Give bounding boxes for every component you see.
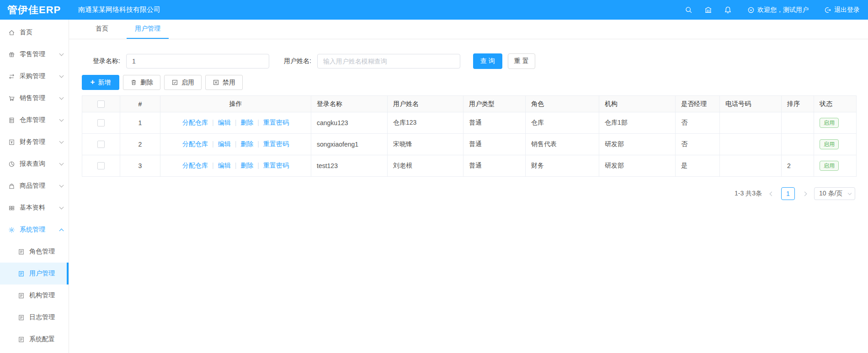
cell-name: 刘老根 bbox=[388, 155, 463, 177]
add-button[interactable]: + 新增 bbox=[82, 75, 119, 90]
tab-home[interactable]: 首页 bbox=[87, 20, 117, 39]
reset-password-link[interactable]: 重置密码 bbox=[253, 119, 289, 126]
sales-cart-icon bbox=[8, 95, 15, 102]
user-menu[interactable]: 欢迎您，测试用户 bbox=[747, 6, 809, 14]
row-checkbox[interactable] bbox=[97, 162, 105, 169]
row-checkbox[interactable] bbox=[97, 119, 105, 126]
chevron-down-icon bbox=[59, 139, 64, 144]
cell-phone bbox=[720, 155, 782, 177]
col-index: # bbox=[120, 96, 160, 112]
chevron-down-icon bbox=[59, 95, 64, 100]
content-area: 登录名称: 用户姓名: 查 询 重 置 + 新增 删除 bbox=[69, 39, 868, 353]
disable-button[interactable]: 禁用 bbox=[205, 75, 243, 90]
row-index: 2 bbox=[120, 134, 160, 155]
reset-password-link[interactable]: 重置密码 bbox=[253, 140, 289, 148]
enable-button[interactable]: 启用 bbox=[164, 75, 202, 90]
row-operations: 分配仓库编辑删除重置密码 bbox=[160, 112, 311, 134]
sidebar-item-sales[interactable]: 销售管理 bbox=[0, 87, 69, 109]
search-button[interactable]: 查 询 bbox=[473, 53, 502, 69]
enable-label: 启用 bbox=[181, 79, 194, 87]
page-size-select[interactable]: 10 条/页 bbox=[814, 187, 855, 200]
cell-name: 仓库123 bbox=[388, 112, 463, 134]
pagination: 1-3 共3条 1 10 条/页 bbox=[82, 187, 855, 200]
goods-bag-icon bbox=[8, 182, 15, 190]
sidebar-item-org-mgmt[interactable]: 机构管理 bbox=[0, 285, 69, 306]
sidebar-item-home[interactable]: 首页 bbox=[0, 21, 69, 43]
welcome-text: 欢迎您，测试用户 bbox=[757, 6, 809, 14]
col-sort: 排序 bbox=[782, 96, 814, 112]
row-checkbox[interactable] bbox=[97, 141, 105, 148]
cell-manager: 否 bbox=[676, 112, 720, 134]
check-square-icon bbox=[171, 79, 178, 86]
chevron-down-icon bbox=[59, 52, 64, 56]
sidebar-item-system[interactable]: 系统管理 bbox=[0, 219, 69, 241]
edit-link[interactable]: 编辑 bbox=[208, 140, 231, 148]
delete-link[interactable]: 删除 bbox=[231, 162, 254, 169]
plus-icon: + bbox=[91, 78, 95, 86]
sidebar-item-finance[interactable]: 财务管理 bbox=[0, 131, 69, 153]
add-label: 新增 bbox=[98, 79, 111, 87]
filter-form: 登录名称: 用户姓名: 查 询 重 置 bbox=[82, 53, 855, 69]
table-row: 2 分配仓库编辑删除重置密码 songxiaofeng1 宋晓锋 普通 销售代表… bbox=[82, 134, 857, 155]
pagination-total: 1-3 共3条 bbox=[735, 190, 762, 198]
chevron-down-icon bbox=[59, 161, 64, 166]
sidebar-item-log-mgmt[interactable]: 日志管理 bbox=[0, 306, 69, 328]
sidebar-item-label: 系统管理 bbox=[20, 226, 45, 234]
select-all-checkbox[interactable] bbox=[97, 100, 105, 108]
sidebar-item-role-mgmt[interactable]: 角色管理 bbox=[0, 241, 69, 263]
chevron-down-icon bbox=[59, 183, 64, 188]
user-name-input[interactable] bbox=[317, 54, 460, 68]
top-header: 管伊佳ERP 南通某某网络科技有限公司 欢迎您，测试用户 退出登录 bbox=[0, 0, 868, 20]
login-name-label: 登录名称: bbox=[93, 57, 120, 65]
cell-phone bbox=[720, 112, 782, 134]
status-badge[interactable]: 启用 bbox=[820, 161, 839, 171]
col-role: 角色 bbox=[526, 96, 599, 112]
delete-button[interactable]: 删除 bbox=[123, 75, 160, 90]
sidebar-item-label: 报表查询 bbox=[20, 160, 45, 168]
sidebar-item-system-config[interactable]: 系统配置 bbox=[0, 328, 69, 350]
col-org: 机构 bbox=[599, 96, 676, 112]
table-row: 3 分配仓库编辑删除重置密码 test123 刘老根 普通 财务 研发部 是 2 bbox=[82, 155, 857, 177]
next-page-button[interactable] bbox=[799, 189, 809, 199]
sidebar-item-user-mgmt[interactable]: 用户管理 bbox=[0, 263, 69, 285]
cell-type: 普通 bbox=[463, 112, 526, 134]
bell-icon[interactable] bbox=[724, 6, 732, 14]
edit-link[interactable]: 编辑 bbox=[208, 162, 231, 169]
cell-login: test123 bbox=[311, 155, 388, 177]
row-operations: 分配仓库编辑删除重置密码 bbox=[160, 155, 311, 177]
assign-warehouse-link[interactable]: 分配仓库 bbox=[182, 119, 208, 126]
delete-link[interactable]: 删除 bbox=[231, 119, 254, 126]
warehouse-icon bbox=[8, 116, 15, 124]
delete-link[interactable]: 删除 bbox=[231, 140, 254, 148]
sidebar-item-warehouse[interactable]: 仓库管理 bbox=[0, 109, 69, 131]
sidebar-item-label: 机构管理 bbox=[29, 291, 55, 300]
search-icon[interactable] bbox=[685, 6, 692, 14]
tab-user-mgmt[interactable]: 用户管理 bbox=[127, 20, 169, 39]
document-icon bbox=[17, 270, 25, 277]
sidebar-item-purchase[interactable]: 采购管理 bbox=[0, 65, 69, 87]
assign-warehouse-link[interactable]: 分配仓库 bbox=[182, 140, 208, 148]
edit-link[interactable]: 编辑 bbox=[208, 119, 231, 126]
reset-button[interactable]: 重 置 bbox=[508, 53, 535, 69]
bank-icon[interactable] bbox=[704, 6, 712, 14]
sidebar-item-reports[interactable]: 报表查询 bbox=[0, 153, 69, 175]
login-name-input[interactable] bbox=[126, 54, 269, 68]
assign-warehouse-link[interactable]: 分配仓库 bbox=[182, 162, 208, 169]
report-pie-icon bbox=[8, 160, 15, 168]
purchase-icon bbox=[8, 73, 15, 80]
sidebar-item-label: 基本资料 bbox=[20, 204, 45, 212]
status-badge[interactable]: 启用 bbox=[820, 139, 839, 149]
sidebar-item-retail[interactable]: 零售管理 bbox=[0, 43, 69, 65]
user-name-label: 用户姓名: bbox=[284, 57, 311, 65]
prev-page-button[interactable] bbox=[767, 189, 777, 199]
sidebar-item-basic-data[interactable]: 基本资料 bbox=[0, 197, 69, 219]
status-badge[interactable]: 启用 bbox=[820, 118, 839, 128]
trash-icon bbox=[130, 79, 137, 86]
reset-password-link[interactable]: 重置密码 bbox=[253, 162, 289, 169]
logout-button[interactable]: 退出登录 bbox=[824, 6, 860, 14]
page-number-button[interactable]: 1 bbox=[781, 187, 795, 200]
cell-type: 普通 bbox=[463, 155, 526, 177]
sidebar-item-label: 首页 bbox=[20, 28, 32, 37]
sidebar-item-goods[interactable]: 商品管理 bbox=[0, 175, 69, 197]
retail-icon bbox=[8, 51, 15, 58]
